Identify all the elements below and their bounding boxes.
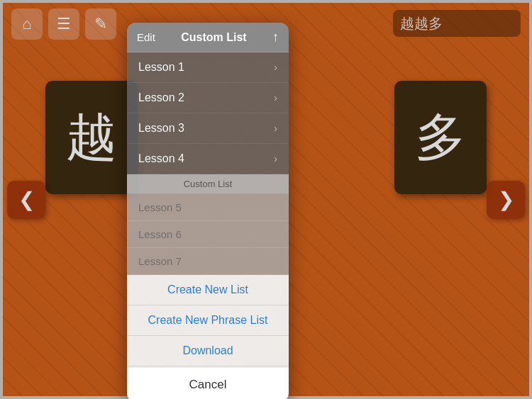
lesson-item-5-greyed[interactable]: Lesson 5 — [127, 194, 289, 221]
lesson-label-3: Lesson 3 — [138, 122, 184, 135]
lesson-label-1: Lesson 1 — [138, 61, 184, 74]
lesson-label-7: Lesson 7 — [138, 255, 182, 267]
share-button[interactable]: ↑ — [272, 30, 279, 45]
chevron-icon-1: › — [274, 62, 277, 73]
cancel-button[interactable]: Cancel — [127, 366, 289, 399]
download-label: Download — [182, 344, 233, 356]
create-new-phrase-list-label: Create New Phrase List — [148, 314, 268, 326]
lesson-item-7-greyed[interactable]: Lesson 7 — [127, 248, 289, 275]
chevron-icon-2: › — [274, 92, 277, 103]
cancel-label: Cancel — [189, 378, 227, 391]
lesson-label-6: Lesson 6 — [138, 228, 182, 240]
custom-label-text: Custom List — [184, 179, 233, 189]
create-new-list-button[interactable]: Create New List — [127, 275, 289, 305]
dropdown-menu: Edit Custom List ↑ Lesson 1 › Lesson 2 ›… — [127, 23, 289, 399]
dropdown-header: Edit Custom List ↑ — [127, 23, 289, 52]
edit-label: Edit — [137, 31, 155, 43]
lesson-item-4[interactable]: Lesson 4 › — [127, 144, 289, 174]
dropdown-title: Custom List — [181, 31, 246, 44]
lesson-item-3[interactable]: Lesson 3 › — [127, 113, 289, 144]
dropdown-edit-button[interactable]: Edit — [137, 31, 155, 43]
share-icon: ↑ — [272, 30, 279, 44]
download-button[interactable]: Download — [127, 336, 289, 366]
create-new-phrase-list-button[interactable]: Create New Phrase List — [127, 305, 289, 336]
create-new-list-label: Create New List — [167, 283, 248, 296]
custom-section-label: Custom List — [127, 174, 289, 194]
chevron-icon-4: › — [274, 153, 277, 164]
lesson-item-6-greyed[interactable]: Lesson 6 — [127, 221, 289, 248]
lesson-item-2[interactable]: Lesson 2 › — [127, 83, 289, 113]
chevron-icon-3: › — [274, 123, 277, 134]
lesson-item-1[interactable]: Lesson 1 › — [127, 52, 289, 83]
app-container: ⌂ ☰ ✎ 越越多 越 多 ❮ ❯ 1 / 1 Edit Custom List… — [0, 0, 532, 399]
lesson-label-4: Lesson 4 — [138, 152, 184, 165]
lesson-label-2: Lesson 2 — [138, 91, 184, 104]
lesson-label-5: Lesson 5 — [138, 201, 182, 213]
